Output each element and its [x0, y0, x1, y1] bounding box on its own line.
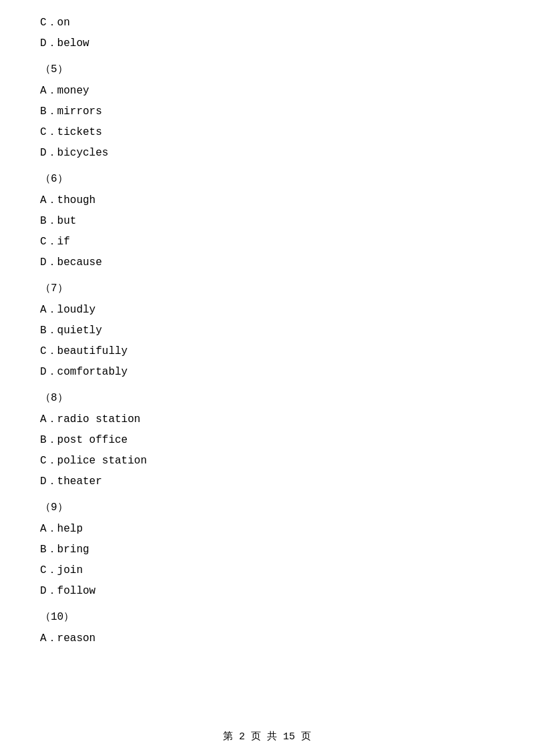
- list-item-b-quietly: B．quietly: [40, 321, 494, 341]
- list-item-a-loudly: A．loudly: [40, 301, 494, 320]
- list-item-c-tickets: C．tickets: [40, 123, 494, 142]
- list-item-c-on: C．on: [40, 13, 494, 33]
- list-item-num8: （8）: [40, 389, 494, 408]
- list-item-num9: （9）: [40, 498, 494, 518]
- list-item-d-because: D．because: [40, 253, 494, 272]
- list-item-b-mirrors: B．mirrors: [40, 102, 494, 122]
- footer-text: 第 2 页 共 15 页: [223, 731, 311, 743]
- list-item-c-beautifully: C．beautifully: [40, 342, 494, 361]
- list-item-a-money: A．money: [40, 81, 494, 101]
- list-item-num7: （7）: [40, 279, 494, 299]
- page-footer: 第 2 页 共 15 页: [0, 730, 534, 743]
- list-item-d-bicycles: D．bicycles: [40, 144, 494, 163]
- list-item-b-bring: B．bring: [40, 540, 494, 560]
- list-item-a-help: A．help: [40, 520, 494, 539]
- list-item-a-though: A．though: [40, 191, 494, 210]
- list-item-a-radio-station: A．radio station: [40, 410, 494, 429]
- list-item-d-below: D．below: [40, 34, 494, 53]
- list-item-c-police-station: C．police station: [40, 451, 494, 471]
- list-item-c-if: C．if: [40, 232, 494, 252]
- list-item-d-comfortably: D．comfortably: [40, 363, 494, 382]
- page-content: C．onD．below（5）A．moneyB．mirrorsC．ticketsD…: [0, 0, 534, 690]
- list-item-d-theater: D．theater: [40, 472, 494, 492]
- list-item-b-but: B．but: [40, 212, 494, 231]
- list-item-num6: （6）: [40, 170, 494, 189]
- list-item-num10: （10）: [40, 608, 494, 627]
- list-item-c-join: C．join: [40, 561, 494, 580]
- list-item-num5: （5）: [40, 60, 494, 79]
- list-item-b-post-office: B．post office: [40, 431, 494, 450]
- list-item-d-follow: D．follow: [40, 582, 494, 601]
- list-item-a-reason: A．reason: [40, 629, 494, 648]
